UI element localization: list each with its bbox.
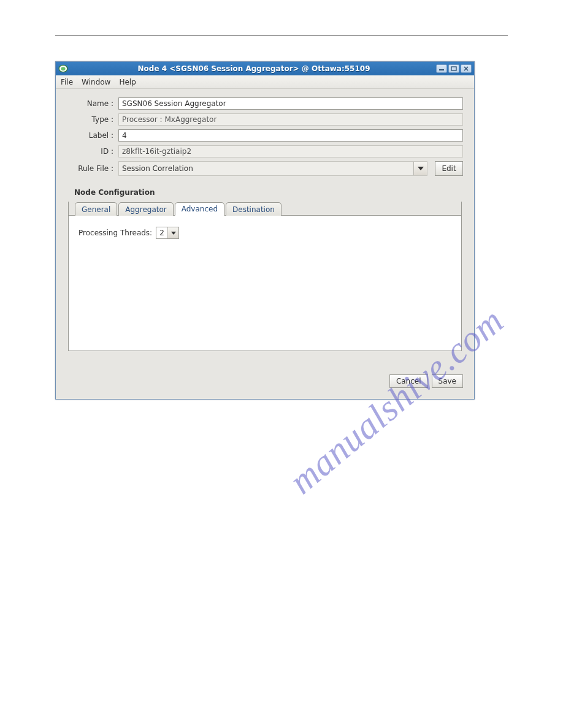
form-grid: Name : SGSN06 Session Aggregator Type : …	[67, 97, 463, 176]
tabset: General Aggregator Advanced Destination …	[68, 202, 462, 351]
close-button[interactable]	[461, 64, 472, 73]
tab-destination[interactable]: Destination	[226, 202, 282, 216]
tab-aggregator[interactable]: Aggregator	[118, 202, 173, 216]
menu-window[interactable]: Window	[82, 78, 110, 86]
edit-button[interactable]: Edit	[435, 161, 463, 176]
label-field[interactable]: 4	[118, 129, 463, 142]
menu-file[interactable]: File	[61, 78, 73, 86]
dialog-buttons: Cancel Save	[67, 374, 463, 388]
id-label: ID :	[67, 147, 115, 156]
rulefile-value: Session Correlation	[119, 162, 413, 175]
save-button[interactable]: Save	[432, 374, 463, 388]
page-divider	[55, 36, 508, 36]
menu-help[interactable]: Help	[119, 78, 136, 86]
app-window: Node 4 <SGSN06 Session Aggregator> @ Ott…	[55, 61, 475, 400]
id-field: z8kflt-16it-gztiaip2	[118, 145, 463, 157]
name-field[interactable]: SGSN06 Session Aggregator	[118, 97, 463, 110]
page: Node 4 <SGSN06 Session Aggregator> @ Ott…	[0, 0, 563, 728]
threads-row: Processing Threads: 2	[79, 227, 451, 239]
tab-panel-advanced: Processing Threads: 2	[69, 216, 461, 351]
app-icon	[58, 64, 68, 73]
name-label: Name :	[67, 99, 115, 108]
threads-combo[interactable]: 2	[156, 227, 179, 239]
minimize-button[interactable]	[436, 64, 447, 73]
chevron-down-icon	[418, 167, 424, 170]
titlebar-buttons	[436, 64, 472, 73]
tabstrip: General Aggregator Advanced Destination	[69, 202, 461, 216]
type-label: Type :	[67, 115, 115, 124]
rulefile-dropdown-button[interactable]	[413, 162, 427, 175]
chevron-down-icon	[171, 232, 176, 235]
cancel-button[interactable]: Cancel	[389, 374, 428, 388]
label-label: Label :	[67, 131, 115, 140]
maximize-button[interactable]	[448, 64, 459, 73]
rulefile-combo[interactable]: Session Correlation	[118, 161, 427, 176]
menubar: File Window Help	[56, 75, 474, 89]
tab-general[interactable]: General	[75, 202, 117, 216]
svg-rect-3	[451, 67, 456, 70]
svg-rect-2	[439, 69, 444, 70]
rulefile-label: Rule File :	[67, 164, 115, 173]
node-config-title: Node Configuration	[74, 188, 463, 197]
threads-label: Processing Threads:	[79, 229, 152, 237]
threads-dropdown-button[interactable]	[167, 227, 178, 238]
threads-value: 2	[156, 227, 167, 238]
window-body: Name : SGSN06 Session Aggregator Type : …	[56, 89, 474, 399]
window-title: Node 4 <SGSN06 Session Aggregator> @ Ott…	[72, 64, 436, 73]
svg-point-1	[61, 67, 65, 70]
tab-advanced[interactable]: Advanced	[175, 202, 224, 216]
type-field: Processor : MxAggregator	[118, 113, 463, 126]
titlebar[interactable]: Node 4 <SGSN06 Session Aggregator> @ Ott…	[56, 62, 474, 75]
